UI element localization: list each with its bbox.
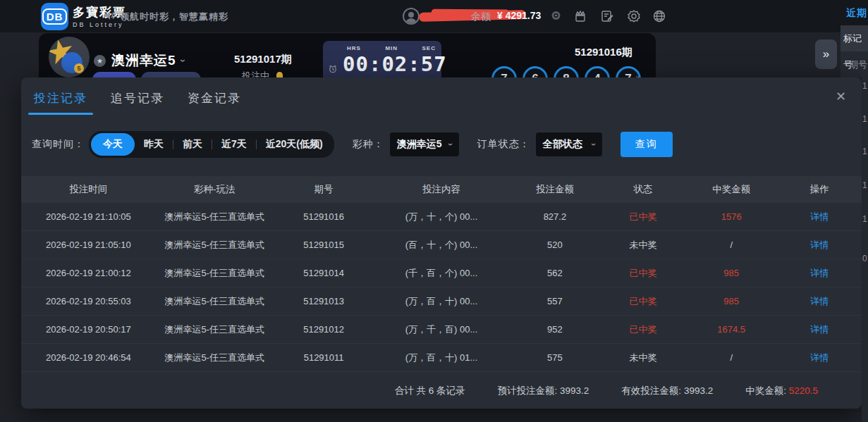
- status-badge: 已中奖: [601, 211, 685, 223]
- tab-chase-records[interactable]: 追号记录: [111, 90, 164, 106]
- summary-expected-label: 预计投注金额:: [498, 385, 558, 396]
- edge-digit: 1: [862, 147, 867, 156]
- time-option-yesterday[interactable]: 昨天: [135, 133, 173, 156]
- detail-link[interactable]: 详情: [778, 239, 862, 252]
- tab-fund-records[interactable]: 资金记录: [188, 90, 241, 106]
- side-panel: 标记号 期号: [841, 25, 868, 77]
- detail-link[interactable]: 详情: [778, 267, 862, 280]
- table-row: 2026-02-19 21:05:10 澳洲幸运5-任三直选单式 5129101…: [21, 231, 862, 259]
- order-status-select[interactable]: 全部状态 ›: [536, 132, 602, 156]
- edge-digit: 1: [862, 114, 867, 124]
- recent-draws-tab[interactable]: 近期: [846, 7, 867, 20]
- cell-time: 2026-02-19 20:50:17: [21, 324, 156, 335]
- summary-prize: 中奖金额: 5220.5: [745, 385, 818, 397]
- countdown-panel: HRS MIN SEC 00:02:57: [323, 41, 441, 82]
- panel-collapse-button[interactable]: »: [815, 39, 837, 69]
- query-button[interactable]: 查询: [621, 132, 673, 157]
- summary-expected: 预计投注金额: 3993.2: [498, 385, 589, 397]
- col-header-prize: 中奖金额: [685, 183, 778, 196]
- game-name: 澳洲幸运5: [111, 51, 176, 70]
- lottery-select-value: 澳洲幸运5: [397, 138, 442, 151]
- cell-game: 澳洲幸运5-任三直选单式: [156, 211, 274, 223]
- announcement-text: 领航时时彩，智慧赢精彩: [120, 11, 228, 23]
- summary-prize-label: 中奖金额:: [745, 385, 786, 396]
- cell-prize: /: [685, 240, 778, 250]
- side-panel-mark-row[interactable]: 标记号: [841, 25, 868, 51]
- summary-valid-label: 有效投注金额:: [621, 385, 681, 396]
- cell-time: 2026-02-19 21:10:05: [21, 211, 156, 222]
- cell-content: (万，十，个) 00...: [374, 211, 509, 223]
- table-header-row: 投注时间 彩种-玩法 期号 投注内容 投注金额 状态 中奖金额 操作: [21, 176, 862, 203]
- edge-digit: 1: [862, 180, 867, 190]
- bet-records-modal: 投注记录 追号记录 资金记录 ✕ 查询时间： 今天 昨天 前天 近7天 近20天…: [21, 77, 862, 409]
- cell-prize: 985: [685, 296, 778, 306]
- countdown-hrs-label: HRS: [347, 45, 361, 51]
- table-row: 2026-02-19 21:00:12 澳洲幸运5-任三直选单式 5129101…: [21, 259, 862, 287]
- status-badge: 已中奖: [601, 267, 685, 280]
- cell-game: 澳洲幸运5-任三直选单式: [156, 352, 274, 364]
- tab-bet-records[interactable]: 投注记录: [34, 90, 87, 106]
- cell-game: 澳洲幸运5-任三直选单式: [156, 323, 274, 336]
- col-header-time: 投注时间: [21, 183, 156, 196]
- records-note-icon[interactable]: [600, 9, 614, 23]
- current-period: 51291017期: [234, 53, 292, 66]
- lottery-select[interactable]: 澳洲幸运5 ›: [390, 132, 459, 156]
- language-globe-icon[interactable]: [652, 9, 666, 23]
- game-title-row[interactable]: ★ 澳洲幸运5 ›: [94, 51, 185, 70]
- time-option-today[interactable]: 今天: [91, 133, 135, 156]
- col-header-status: 状态: [601, 183, 685, 196]
- cell-amount: 827.2: [508, 211, 601, 222]
- col-header-game: 彩种-玩法: [156, 183, 274, 196]
- cell-amount: 557: [508, 296, 601, 306]
- promotions-icon[interactable]: [573, 9, 587, 23]
- edge-digit: 1: [862, 214, 867, 224]
- detail-link[interactable]: 详情: [778, 295, 862, 308]
- cell-game: 澳洲幸运5-任三直选单式: [156, 295, 274, 308]
- cell-period: 51291015: [274, 240, 374, 250]
- detail-link[interactable]: 详情: [778, 211, 862, 223]
- brand-name-en: DB Lottery: [73, 21, 126, 28]
- cell-amount: 952: [508, 324, 601, 335]
- summary-valid: 有效投注金额: 3993.2: [621, 385, 713, 397]
- cell-period: 51291011: [274, 352, 374, 363]
- cell-period: 51291016: [274, 211, 374, 222]
- time-option-7days[interactable]: 近7天: [212, 133, 256, 156]
- chevron-down-icon: ›: [589, 143, 599, 146]
- edge-digit: 1: [862, 81, 867, 91]
- detail-link[interactable]: 详情: [778, 323, 862, 336]
- cell-time: 2026-02-19 20:55:03: [21, 296, 156, 306]
- cell-prize: /: [685, 352, 778, 363]
- time-filter-group: 今天 昨天 前天 近7天 近20天(低频): [89, 131, 334, 158]
- detail-link[interactable]: 详情: [778, 352, 862, 364]
- status-badge: 已中奖: [601, 323, 685, 336]
- game-select-chevron-icon[interactable]: ›: [178, 59, 189, 63]
- col-header-action: 操作: [778, 183, 862, 196]
- summary-valid-value: 3993.2: [684, 385, 713, 396]
- settings-gear-icon[interactable]: [627, 9, 641, 23]
- records-table: 投注时间 彩种-玩法 期号 投注内容 投注金额 状态 中奖金额 操作 2026-…: [21, 176, 862, 372]
- summary-total: 合计 共 6 条记录: [395, 385, 465, 397]
- lottery-logo: ★ 5: [49, 37, 90, 77]
- alarm-clock-icon: [329, 65, 337, 73]
- time-filter-label: 查询时间：: [32, 138, 85, 151]
- balance-visibility-eye-icon[interactable]: [550, 11, 562, 20]
- cell-content: (万，百，十) 01...: [374, 352, 509, 364]
- lottery-filter-label: 彩种：: [353, 138, 384, 151]
- countdown-sec-label: SEC: [422, 45, 436, 51]
- balance-value: ¥ 4291.73: [497, 10, 541, 21]
- table-row: 2026-02-19 20:46:54 澳洲幸运5-任三直选单式 5129101…: [21, 344, 862, 372]
- ball-number-badge: 5: [74, 63, 84, 73]
- cell-period: 51291013: [274, 296, 374, 306]
- cell-game: 澳洲幸运5-任三直选单式: [156, 239, 274, 252]
- status-badge: 未中奖: [601, 239, 685, 252]
- brand-name-cn: 多寶彩票: [73, 4, 126, 20]
- cell-content: (万，百，十) 00...: [374, 295, 509, 308]
- time-option-20days[interactable]: 近20天(低频): [257, 133, 332, 156]
- cell-time: 2026-02-19 20:46:54: [21, 352, 156, 363]
- cell-prize: 1576: [685, 211, 778, 222]
- brand-logo[interactable]: DB: [41, 3, 68, 30]
- table-row: 2026-02-19 21:10:05 澳洲幸运5-任三直选单式 5129101…: [21, 203, 862, 231]
- user-avatar-icon[interactable]: [403, 8, 420, 25]
- time-option-day-before[interactable]: 前天: [173, 133, 212, 156]
- close-icon[interactable]: ✕: [836, 89, 846, 104]
